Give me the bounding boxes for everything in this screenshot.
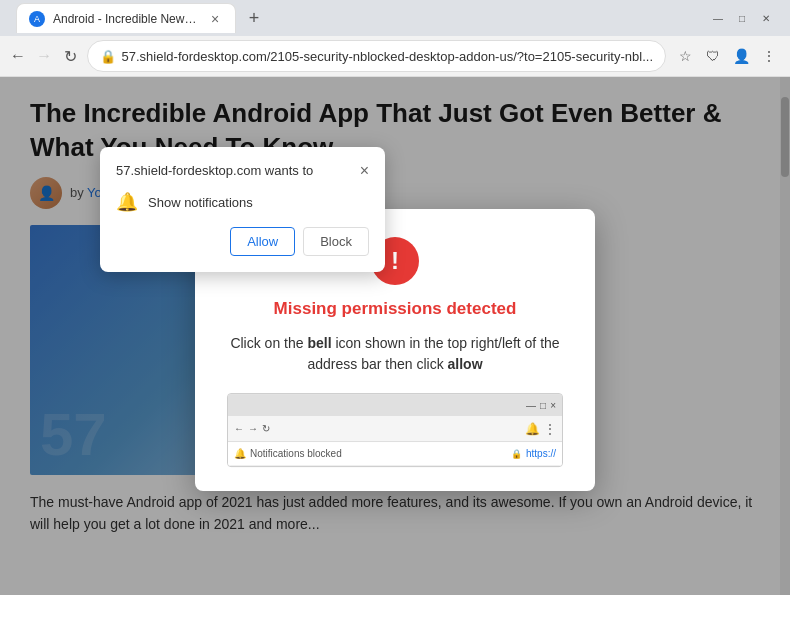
tab-close-button[interactable]: × [207,11,223,27]
url-text: 57.shield-fordesktop.com/2105-security-n… [122,49,653,64]
mini-bell-icon: 🔔 [525,422,540,436]
address-action-icons: ☆ 🛡 👤 ⋮ [672,43,782,69]
bell-icon: 🔔 [116,191,138,213]
close-window-button[interactable]: ✕ [758,10,774,26]
address-bar-row: ← → ↻ 🔒 57.shield-fordesktop.com/2105-se… [0,36,790,76]
modal-body: Click on the bell icon shown in the top … [227,333,563,375]
new-tab-button[interactable]: + [240,4,268,32]
dialog-close-button[interactable]: × [360,163,369,179]
minimize-button[interactable]: — [710,10,726,26]
mini-notification-blocked: 🔔 Notifications blocked [234,448,342,459]
block-button[interactable]: Block [303,227,369,256]
mini-notif-icon: 🔔 [234,448,246,459]
maximize-button[interactable]: □ [734,10,750,26]
tab-title: Android - Incredible New App - [53,12,199,26]
shield-button[interactable]: 🛡 [700,43,726,69]
browser-chrome: A Android - Incredible New App - × + — □… [0,0,790,77]
dialog-buttons: Allow Block [116,227,369,256]
mini-lock-icon: 🔒 [511,449,522,459]
tab-favicon: A [29,11,45,27]
title-bar: A Android - Incredible New App - × + — □… [0,0,790,36]
lock-icon: 🔒 [100,49,116,64]
mini-browser-screenshot: — □ × ← → ↻ 🔔 ⋮ 🔔 Notifications blocked … [227,393,563,467]
permission-dialog: 57.shield-fordesktop.com wants to × 🔔 Sh… [100,147,385,272]
menu-button[interactable]: ⋮ [756,43,782,69]
mini-refresh: ↻ [262,423,270,434]
mini-url: https:// [526,448,556,459]
profile-button[interactable]: 👤 [728,43,754,69]
star-button[interactable]: ☆ [672,43,698,69]
mini-minimize: — [526,400,536,411]
refresh-button[interactable]: ↻ [60,43,80,69]
back-button[interactable]: ← [8,43,28,69]
mini-address-row: 🔔 Notifications blocked 🔒 https:// [228,442,562,466]
address-bar[interactable]: 🔒 57.shield-fordesktop.com/2105-security… [87,40,666,72]
dialog-title: 57.shield-fordesktop.com wants to [116,163,313,178]
mini-forward: → [248,423,258,434]
dialog-header: 57.shield-fordesktop.com wants to × [116,163,369,179]
dialog-option: 🔔 Show notifications [116,191,369,213]
mini-close: × [550,400,556,411]
mini-menu-icon: ⋮ [544,422,556,436]
mini-titlebar: — □ × [228,394,562,416]
active-tab[interactable]: A Android - Incredible New App - × [16,3,236,33]
allow-button[interactable]: Allow [230,227,295,256]
mini-maximize: □ [540,400,546,411]
forward-button[interactable]: → [34,43,54,69]
mini-back: ← [234,423,244,434]
show-notifications-label: Show notifications [148,195,253,210]
mini-toolbar: ← → ↻ 🔔 ⋮ [228,416,562,442]
modal-title: Missing permissions detected [227,299,563,319]
